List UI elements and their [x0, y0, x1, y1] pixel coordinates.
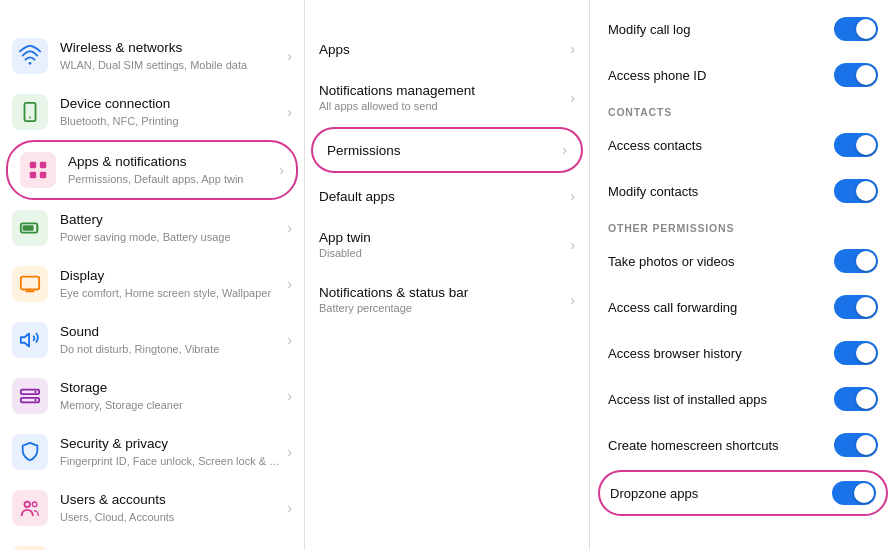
- mid-header: [305, 0, 589, 28]
- sidebar-item-title: Sound: [60, 323, 283, 341]
- chevron-icon: ›: [287, 220, 292, 236]
- settings-title: [0, 0, 304, 28]
- right-item-label: Access browser history: [608, 346, 834, 361]
- sidebar-item-sub: Eye comfort, Home screen style, Wallpape…: [60, 286, 283, 301]
- right-column: Modify call log Access phone ID CONTACTS…: [590, 0, 896, 550]
- toggle-access-browser-history[interactable]: [834, 341, 878, 365]
- sidebar-item-title: Security & privacy: [60, 435, 283, 453]
- mid-item-notif-status[interactable]: Notifications & status bar Battery perce…: [305, 272, 589, 327]
- svg-point-0: [29, 62, 32, 65]
- right-item-access-contacts[interactable]: Access contacts: [590, 122, 896, 168]
- sidebar-item-sub: WLAN, Dual SIM settings, Mobile data: [60, 58, 283, 73]
- chevron-icon: ›: [562, 142, 567, 158]
- chevron-icon: ›: [570, 90, 575, 106]
- right-item-label: Access call forwarding: [608, 300, 834, 315]
- svg-point-14: [32, 502, 37, 507]
- section-header-other-permissions: OTHER PERMISSIONS: [590, 214, 896, 238]
- sidebar-item-sub: Power saving mode, Battery usage: [60, 230, 283, 245]
- chevron-icon: ›: [287, 444, 292, 460]
- mid-item-app-twin[interactable]: App twin Disabled ›: [305, 217, 589, 272]
- sidebar-item-title: Apps & notifications: [68, 153, 275, 171]
- sidebar-item-title: Device connection: [60, 95, 283, 113]
- chevron-icon: ›: [287, 500, 292, 516]
- svg-point-1: [29, 117, 31, 119]
- svg-point-12: [34, 399, 36, 401]
- smart-icon: [12, 546, 48, 550]
- chevron-icon: ›: [287, 104, 292, 120]
- toggle-dropzone-apps[interactable]: [832, 481, 876, 505]
- wireless-icon: [12, 38, 48, 74]
- right-item-access-browser-history[interactable]: Access browser history: [590, 330, 896, 376]
- sidebar-item-apps[interactable]: Apps & notifications Permissions, Defaul…: [6, 140, 298, 200]
- sidebar-item-sub: Memory, Storage cleaner: [60, 398, 283, 413]
- chevron-icon: ›: [279, 162, 284, 178]
- sidebar-item-smart[interactable]: Smart assistance Accessibility, HiTouch,…: [0, 536, 304, 550]
- mid-list: Apps › Notifications management All apps…: [305, 28, 589, 327]
- svg-rect-5: [40, 172, 46, 178]
- right-item-access-phone-id[interactable]: Access phone ID: [590, 52, 896, 98]
- chevron-icon: ›: [287, 388, 292, 404]
- right-item-modify-contacts[interactable]: Modify contacts: [590, 168, 896, 214]
- mid-item-title: Notifications management: [319, 83, 570, 98]
- sidebar-item-title: Wireless & networks: [60, 39, 283, 57]
- mid-item-apps[interactable]: Apps ›: [305, 28, 589, 70]
- right-item-take-photos[interactable]: Take photos or videos: [590, 238, 896, 284]
- left-column: Wireless & networks WLAN, Dual SIM setti…: [0, 0, 305, 550]
- right-item-label: Modify call log: [608, 22, 834, 37]
- chevron-icon: ›: [287, 276, 292, 292]
- toggle-create-homescreen[interactable]: [834, 433, 878, 457]
- sidebar-item-users[interactable]: Users & accounts Users, Cloud, Accounts …: [0, 480, 304, 536]
- sidebar-item-title: Storage: [60, 379, 283, 397]
- chevron-icon: ›: [570, 237, 575, 253]
- sidebar-item-sound[interactable]: Sound Do not disturb, Ringtone, Vibrate …: [0, 312, 304, 368]
- chevron-icon: ›: [570, 292, 575, 308]
- section-header-contacts: CONTACTS: [590, 98, 896, 122]
- toggle-access-phone-id[interactable]: [834, 63, 878, 87]
- mid-item-sub: Disabled: [319, 247, 570, 259]
- sound-icon: [12, 322, 48, 358]
- sidebar-item-title: Users & accounts: [60, 491, 283, 509]
- sidebar-item-sub: Fingerprint ID, Face unlock, Screen lock…: [60, 454, 283, 469]
- svg-point-11: [34, 391, 36, 393]
- mid-item-permissions[interactable]: Permissions ›: [311, 127, 583, 173]
- sidebar-item-security[interactable]: Security & privacy Fingerprint ID, Face …: [0, 424, 304, 480]
- sidebar-item-title: Display: [60, 267, 283, 285]
- toggle-access-contacts[interactable]: [834, 133, 878, 157]
- toggle-modify-contacts[interactable]: [834, 179, 878, 203]
- svg-point-13: [25, 502, 31, 508]
- mid-item-sub: Battery percentage: [319, 302, 570, 314]
- right-item-modify-call-log[interactable]: Modify call log: [590, 6, 896, 52]
- sidebar-item-storage[interactable]: Storage Memory, Storage cleaner ›: [0, 368, 304, 424]
- sidebar-item-display[interactable]: Display Eye comfort, Home screen style, …: [0, 256, 304, 312]
- right-item-label: Access list of installed apps: [608, 392, 834, 407]
- storage-icon: [12, 378, 48, 414]
- right-item-access-call-forwarding[interactable]: Access call forwarding: [590, 284, 896, 330]
- sidebar-item-device[interactable]: Device connection Bluetooth, NFC, Printi…: [0, 84, 304, 140]
- svg-rect-7: [23, 225, 34, 231]
- sidebar-item-battery[interactable]: Battery Power saving mode, Battery usage…: [0, 200, 304, 256]
- device-icon: [12, 94, 48, 130]
- mid-column: Apps › Notifications management All apps…: [305, 0, 590, 550]
- mid-item-notifications[interactable]: Notifications management All apps allowe…: [305, 70, 589, 125]
- sidebar-item-wireless[interactable]: Wireless & networks WLAN, Dual SIM setti…: [0, 28, 304, 84]
- svg-rect-2: [30, 162, 36, 168]
- toggle-take-photos[interactable]: [834, 249, 878, 273]
- mid-item-title: App twin: [319, 230, 570, 245]
- security-icon: [12, 434, 48, 470]
- toggle-modify-call-log[interactable]: [834, 17, 878, 41]
- toggle-access-installed-apps[interactable]: [834, 387, 878, 411]
- chevron-icon: ›: [570, 188, 575, 204]
- mid-item-sub: All apps allowed to send: [319, 100, 570, 112]
- right-item-create-homescreen[interactable]: Create homescreen shortcuts: [590, 422, 896, 468]
- svg-rect-8: [21, 277, 39, 290]
- users-icon: [12, 490, 48, 526]
- right-item-label: Modify contacts: [608, 184, 834, 199]
- mid-item-default-apps[interactable]: Default apps ›: [305, 175, 589, 217]
- sidebar-item-sub: Permissions, Default apps, App twin: [68, 172, 275, 187]
- sidebar-item-sub: Users, Cloud, Accounts: [60, 510, 283, 525]
- right-item-dropzone-apps[interactable]: Dropzone apps: [598, 470, 888, 516]
- chevron-icon: ›: [287, 332, 292, 348]
- chevron-icon: ›: [287, 48, 292, 64]
- toggle-access-call-forwarding[interactable]: [834, 295, 878, 319]
- right-item-access-installed-apps[interactable]: Access list of installed apps: [590, 376, 896, 422]
